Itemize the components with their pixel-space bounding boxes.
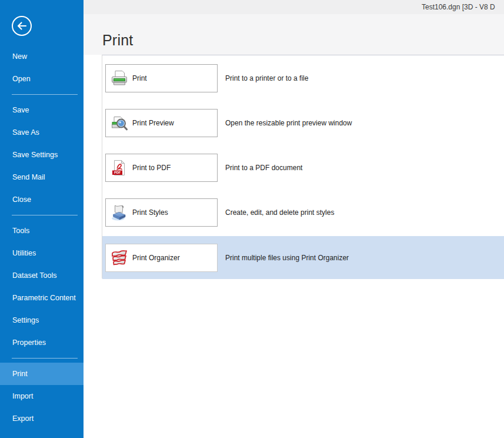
- print-preview-button[interactable]: Print Preview: [105, 109, 218, 137]
- print-option-label: Print: [132, 74, 147, 82]
- print-styles-button[interactable]: Print Styles: [105, 198, 218, 227]
- sidebar-separator: [12, 358, 78, 359]
- pdf-file-icon: PDF: [110, 158, 129, 177]
- sidebar-item-label: Export: [12, 414, 34, 423]
- sidebar-item-publish-imodel[interactable]: Publish iModel: [0, 430, 84, 438]
- backstage-content: Test106.dgn [3D - V8 D Print PrintPrint …: [84, 0, 504, 438]
- print-styles-icon: [110, 203, 129, 222]
- sidebar-item-label: Open: [12, 75, 31, 83]
- sidebar-item-print[interactable]: Print: [0, 363, 84, 385]
- print-preview-icon: [110, 114, 129, 132]
- sidebar-item-label: Tools: [12, 227, 29, 235]
- sidebar-item-settings[interactable]: Settings: [0, 309, 84, 331]
- sidebar-item-save-as[interactable]: Save As: [0, 121, 84, 144]
- sidebar-item-open[interactable]: Open: [0, 68, 84, 90]
- back-arrow-icon: [11, 15, 32, 36]
- sidebar-item-send-mail[interactable]: Send Mail: [0, 166, 84, 188]
- sidebar-item-label: Parametric Content: [12, 294, 76, 302]
- page-header: Print: [84, 14, 504, 55]
- print-option-description: Print multiple files using Print Organiz…: [225, 254, 349, 262]
- backstage-screen: NewOpenSaveSave AsSave SettingsSend Mail…: [0, 0, 504, 438]
- print-options-list: PrintPrint to a printer or to a file Pri…: [102, 55, 504, 278]
- sidebar-item-label: Close: [12, 195, 31, 204]
- print-option-row-print-styles: Print StylesCreate, edit, and delete pri…: [102, 198, 504, 227]
- print-button[interactable]: Print: [105, 64, 218, 92]
- printer-icon: [110, 69, 129, 88]
- sidebar-item-label: Utilities: [12, 249, 36, 257]
- sidebar-item-label: Save As: [12, 128, 39, 137]
- sidebar-item-import[interactable]: Import: [0, 385, 84, 407]
- print-option-row-print-preview: Print PreviewOpen the resizable print pr…: [102, 109, 504, 137]
- print-to-pdf-button[interactable]: PDF Print to PDF: [105, 154, 218, 182]
- print-option-description: Create, edit, and delete print styles: [225, 208, 334, 217]
- window-titlebar: Test106.dgn [3D - V8 D: [84, 0, 504, 14]
- sidebar-item-label: Send Mail: [12, 173, 45, 181]
- sidebar-item-save[interactable]: Save: [0, 99, 84, 121]
- print-option-row-print: PrintPrint to a printer or to a file: [102, 64, 504, 92]
- page-title: Print: [102, 32, 133, 49]
- print-organizer-button[interactable]: Print Organizer: [105, 244, 218, 272]
- sidebar-item-label: Settings: [12, 316, 39, 324]
- sidebar-item-label: Import: [12, 392, 33, 400]
- print-option-label: Print Styles: [132, 208, 168, 217]
- sidebar-item-label: Properties: [12, 339, 46, 347]
- print-option-description: Open the resizable print preview window: [225, 119, 352, 127]
- sidebar-item-close[interactable]: Close: [0, 188, 84, 211]
- sidebar-item-tools[interactable]: Tools: [0, 220, 84, 242]
- backstage-sidebar: NewOpenSaveSave AsSave SettingsSend Mail…: [0, 0, 84, 438]
- sidebar-item-label: Save Settings: [12, 151, 58, 159]
- sidebar-item-utilities[interactable]: Utilities: [0, 242, 84, 264]
- print-option-row-print-to-pdf: PDF Print to PDFPrint to a PDF document: [102, 154, 504, 182]
- sidebar-item-dataset-tools[interactable]: Dataset Tools: [0, 264, 84, 287]
- sidebar-separator: [12, 215, 78, 215]
- sidebar-item-new[interactable]: New: [0, 45, 84, 68]
- sidebar-item-properties[interactable]: Properties: [0, 331, 84, 354]
- sidebar-separator: [12, 94, 78, 95]
- sidebar-item-export[interactable]: Export: [0, 407, 84, 430]
- sidebar-item-label: New: [12, 52, 27, 61]
- sidebar-menu: NewOpenSaveSave AsSave SettingsSend Mail…: [0, 45, 84, 438]
- sidebar-item-save-settings[interactable]: Save Settings: [0, 144, 84, 166]
- print-organizer-icon: [110, 248, 129, 267]
- print-option-label: Print Preview: [132, 119, 174, 127]
- sidebar-item-label: Save: [12, 106, 29, 114]
- sidebar-item-label: Print: [12, 370, 28, 378]
- print-option-description: Print to a PDF document: [225, 164, 302, 172]
- print-option-label: Print to PDF: [132, 164, 171, 172]
- sidebar-item-label: Dataset Tools: [12, 271, 57, 280]
- sidebar-item-parametric-content[interactable]: Parametric Content: [0, 287, 84, 309]
- pdf-badge-text: PDF: [114, 171, 121, 174]
- print-option-description: Print to a printer or to a file: [225, 74, 308, 82]
- print-option-label: Print Organizer: [132, 254, 180, 262]
- window-title: Test106.dgn [3D - V8 D: [422, 3, 495, 11]
- print-option-row-print-organizer: Print OrganizerPrint multiple files usin…: [102, 236, 504, 279]
- back-button[interactable]: [11, 15, 32, 36]
